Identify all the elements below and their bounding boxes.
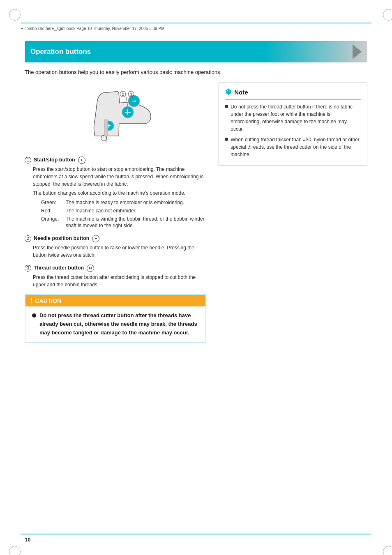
- button-2-item: 2 Needle position button + Press the nee…: [25, 235, 206, 259]
- button-1-title: Start/stop button: [34, 157, 75, 163]
- button-2-title: Needle position button: [34, 235, 89, 241]
- caution-body: Do not press the thread cutter button af…: [25, 306, 205, 342]
- color-label-orange: Orange:: [41, 216, 66, 230]
- color-label-green: Green:: [41, 199, 66, 206]
- main-content: Operation buttons The operation buttons …: [25, 41, 367, 530]
- color-desc-red: The machine can not embroider.: [66, 207, 206, 214]
- header-arrow-icon: [353, 44, 362, 59]
- bottom-bar: [21, 534, 371, 534]
- buttons-diagram: ✂ 1 2: [70, 83, 161, 148]
- button-1-header: 1 Start/stop button +: [25, 157, 206, 164]
- caution-exclamation-icon: !: [30, 297, 32, 304]
- caution-label: CAUTION: [35, 297, 61, 304]
- note-box: ❄ Note Do not press the thread cutter bu…: [219, 83, 367, 166]
- caution-box: ! CAUTION Do not press the thread cutter…: [25, 294, 206, 343]
- button-1-desc2: The button changes color according to th…: [33, 189, 206, 197]
- button-3-item: 3 Thread cutter button ✂ Press the threa…: [25, 265, 206, 288]
- top-bar: F-combo-BrotherE_sgml.book Page 10 Thurs…: [21, 23, 371, 31]
- note-bullet-2-icon: [225, 138, 228, 141]
- color-table: Green: The machine is ready to embroider…: [33, 199, 206, 229]
- needle-pos-icon: +: [92, 235, 99, 242]
- note-bullet-1-icon: [225, 105, 228, 108]
- button-2-num: 2: [25, 235, 31, 242]
- note-header: ❄ Note: [225, 87, 361, 100]
- left-column: ✂ 1 2: [25, 83, 206, 343]
- button-2-body: Press the needle position button to rais…: [25, 244, 206, 259]
- page-number: 10: [25, 537, 30, 543]
- thread-cutter-icon: ✂: [87, 265, 94, 272]
- note-text-1: Do not press the thread cutter button if…: [231, 103, 361, 133]
- note-title: Note: [234, 89, 248, 96]
- svg-rect-17: [104, 120, 108, 136]
- color-desc-green: The machine is ready to embroider or is …: [66, 199, 206, 206]
- svg-text:✂: ✂: [132, 98, 136, 104]
- button-1-desc1: Press the start/stop button to start or …: [33, 166, 206, 188]
- button-1-item: 1 Start/stop button + Press the start/st…: [25, 157, 206, 229]
- two-column-layout: ✂ 1 2: [25, 83, 367, 343]
- button-3-num: 3: [25, 265, 31, 272]
- color-row-orange: Orange: The machine is winding the bobbi…: [41, 216, 206, 230]
- color-desc-orange: The machine is winding the bobbin thread…: [66, 216, 206, 230]
- note-snowflake-icon: ❄: [225, 87, 232, 97]
- button-2-header: 2 Needle position button +: [25, 235, 206, 242]
- color-label-red: Red:: [41, 207, 66, 214]
- caution-text: Do not press the thread cutter button af…: [39, 311, 199, 337]
- button-1-body: Press the start/stop button to start or …: [25, 166, 206, 229]
- button-1-num: 1: [25, 157, 31, 164]
- intro-text: The operation buttons help you to easily…: [25, 69, 367, 75]
- note-text-2: When cutting thread thicker than #30, ny…: [231, 136, 361, 158]
- note-item-2: When cutting thread thicker than #30, ny…: [225, 136, 361, 158]
- section-title: Operation buttons: [30, 48, 91, 56]
- section-header: Operation buttons: [25, 41, 367, 62]
- caution-header: ! CAUTION: [25, 295, 205, 306]
- start-stop-icon: +: [78, 157, 85, 164]
- color-row-red: Red: The machine can not embroider.: [41, 207, 206, 214]
- button-3-title: Thread cutter button: [34, 265, 84, 271]
- diagram-area: ✂ 1 2: [25, 83, 206, 148]
- file-info-text: F-combo-BrotherE_sgml.book Page 10 Thurs…: [21, 26, 164, 31]
- color-row-green: Green: The machine is ready to embroider…: [41, 199, 206, 206]
- right-column: ❄ Note Do not press the thread cutter bu…: [219, 83, 367, 343]
- svg-text:2: 2: [122, 92, 124, 97]
- button-3-header: 3 Thread cutter button ✂: [25, 265, 206, 272]
- caution-bullet-icon: [32, 313, 36, 318]
- svg-text:3: 3: [130, 92, 132, 97]
- svg-text:1: 1: [103, 136, 105, 140]
- button-3-body: Press the thread cutter button after emb…: [25, 274, 206, 288]
- button-3-desc: Press the thread cutter button after emb…: [33, 274, 206, 288]
- note-item-1: Do not press the thread cutter button if…: [225, 103, 361, 133]
- button-2-desc: Press the needle position button to rais…: [33, 244, 206, 259]
